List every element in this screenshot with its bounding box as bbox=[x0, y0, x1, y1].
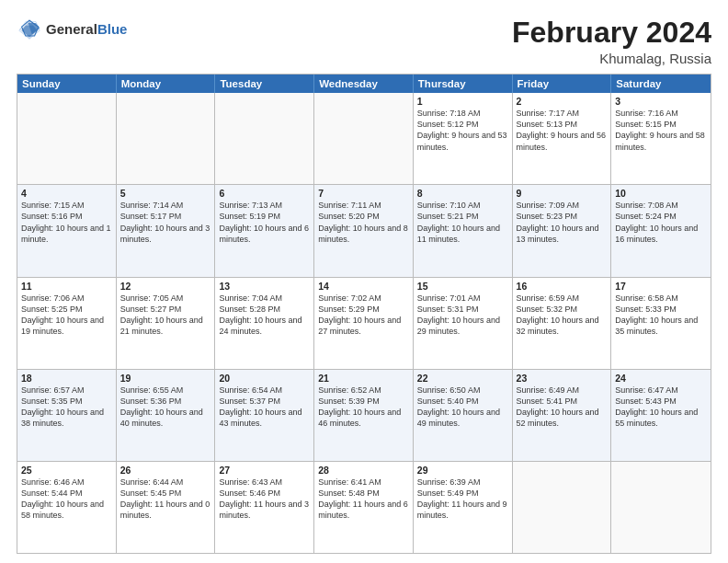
day-info: Sunrise: 6:41 AMSunset: 5:48 PMDaylight:… bbox=[318, 477, 409, 522]
day-number: 1 bbox=[417, 96, 508, 107]
day-info: Sunrise: 7:09 AMSunset: 5:23 PMDaylight:… bbox=[517, 200, 608, 245]
calendar-day-24: 24Sunrise: 6:47 AMSunset: 5:43 PMDayligh… bbox=[611, 370, 711, 461]
page: GeneralBlue February 2024 Khumalag, Russ… bbox=[0, 0, 728, 563]
calendar-day-empty-0-2 bbox=[215, 93, 314, 184]
calendar-day-28: 28Sunrise: 6:41 AMSunset: 5:48 PMDayligh… bbox=[314, 462, 414, 553]
day-info: Sunrise: 7:16 AMSunset: 5:15 PMDaylight:… bbox=[615, 108, 707, 153]
calendar-day-empty-4-5 bbox=[513, 462, 612, 553]
calendar-day-empty-4-6 bbox=[611, 462, 711, 553]
day-info: Sunrise: 7:18 AMSunset: 5:12 PMDaylight:… bbox=[417, 108, 508, 153]
day-info: Sunrise: 6:58 AMSunset: 5:33 PMDaylight:… bbox=[615, 293, 707, 338]
day-number: 26 bbox=[120, 465, 211, 476]
day-number: 5 bbox=[120, 188, 211, 199]
day-number: 9 bbox=[517, 188, 608, 199]
day-number: 19 bbox=[120, 373, 211, 384]
day-info: Sunrise: 6:52 AMSunset: 5:39 PMDaylight:… bbox=[318, 385, 409, 430]
day-number: 6 bbox=[219, 188, 310, 199]
day-info: Sunrise: 7:13 AMSunset: 5:19 PMDaylight:… bbox=[219, 200, 310, 245]
calendar-day-23: 23Sunrise: 6:49 AMSunset: 5:41 PMDayligh… bbox=[513, 370, 612, 461]
calendar-day-8: 8Sunrise: 7:10 AMSunset: 5:21 PMDaylight… bbox=[414, 185, 513, 276]
logo: GeneralBlue bbox=[17, 17, 127, 42]
calendar-day-19: 19Sunrise: 6:55 AMSunset: 5:36 PMDayligh… bbox=[117, 370, 216, 461]
day-number: 21 bbox=[318, 373, 409, 384]
day-number: 7 bbox=[318, 188, 409, 199]
calendar-title: February 2024 bbox=[512, 17, 711, 49]
calendar-day-empty-0-0 bbox=[17, 93, 117, 184]
day-info: Sunrise: 7:17 AMSunset: 5:13 PMDaylight:… bbox=[517, 108, 608, 153]
logo-icon bbox=[17, 17, 42, 42]
day-header-wednesday: Wednesday bbox=[314, 75, 414, 93]
day-info: Sunrise: 7:08 AMSunset: 5:24 PMDaylight:… bbox=[615, 200, 707, 245]
day-header-friday: Friday bbox=[513, 75, 612, 93]
day-number: 13 bbox=[219, 281, 310, 292]
calendar-day-empty-0-1 bbox=[117, 93, 216, 184]
day-info: Sunrise: 6:55 AMSunset: 5:36 PMDaylight:… bbox=[120, 385, 211, 430]
day-info: Sunrise: 7:14 AMSunset: 5:17 PMDaylight:… bbox=[120, 200, 211, 245]
calendar-week-2: 4Sunrise: 7:15 AMSunset: 5:16 PMDaylight… bbox=[17, 184, 711, 276]
calendar-day-14: 14Sunrise: 7:02 AMSunset: 5:29 PMDayligh… bbox=[314, 278, 414, 369]
day-info: Sunrise: 7:10 AMSunset: 5:21 PMDaylight:… bbox=[417, 200, 508, 245]
day-info: Sunrise: 6:54 AMSunset: 5:37 PMDaylight:… bbox=[219, 385, 310, 430]
day-info: Sunrise: 6:50 AMSunset: 5:40 PMDaylight:… bbox=[417, 385, 508, 430]
day-header-tuesday: Tuesday bbox=[215, 75, 314, 93]
calendar-week-5: 25Sunrise: 6:46 AMSunset: 5:44 PMDayligh… bbox=[17, 461, 711, 553]
day-number: 24 bbox=[615, 373, 707, 384]
calendar-day-12: 12Sunrise: 7:05 AMSunset: 5:27 PMDayligh… bbox=[117, 278, 216, 369]
calendar-day-5: 5Sunrise: 7:14 AMSunset: 5:17 PMDaylight… bbox=[117, 185, 216, 276]
day-header-sunday: Sunday bbox=[17, 75, 117, 93]
logo-general: General bbox=[46, 22, 97, 38]
calendar-day-9: 9Sunrise: 7:09 AMSunset: 5:23 PMDaylight… bbox=[513, 185, 612, 276]
calendar-day-17: 17Sunrise: 6:58 AMSunset: 5:33 PMDayligh… bbox=[611, 278, 711, 369]
calendar-subtitle: Khumalag, Russia bbox=[512, 51, 711, 66]
day-number: 16 bbox=[517, 281, 608, 292]
day-number: 14 bbox=[318, 281, 409, 292]
logo-text: GeneralBlue bbox=[46, 22, 127, 38]
calendar-week-1: 1Sunrise: 7:18 AMSunset: 5:12 PMDaylight… bbox=[17, 93, 711, 184]
day-info: Sunrise: 7:01 AMSunset: 5:31 PMDaylight:… bbox=[417, 293, 508, 338]
day-header-saturday: Saturday bbox=[611, 75, 711, 93]
day-info: Sunrise: 7:04 AMSunset: 5:28 PMDaylight:… bbox=[219, 293, 310, 338]
day-number: 22 bbox=[417, 373, 508, 384]
day-number: 3 bbox=[615, 96, 707, 107]
calendar: SundayMondayTuesdayWednesdayThursdayFrid… bbox=[17, 74, 711, 554]
day-number: 18 bbox=[21, 373, 112, 384]
calendar-day-13: 13Sunrise: 7:04 AMSunset: 5:28 PMDayligh… bbox=[215, 278, 314, 369]
calendar-day-1: 1Sunrise: 7:18 AMSunset: 5:12 PMDaylight… bbox=[414, 93, 513, 184]
calendar-day-26: 26Sunrise: 6:44 AMSunset: 5:45 PMDayligh… bbox=[117, 462, 216, 553]
day-number: 4 bbox=[21, 188, 112, 199]
calendar-day-27: 27Sunrise: 6:43 AMSunset: 5:46 PMDayligh… bbox=[215, 462, 314, 553]
day-number: 25 bbox=[21, 465, 112, 476]
calendar-day-11: 11Sunrise: 7:06 AMSunset: 5:25 PMDayligh… bbox=[17, 278, 117, 369]
day-info: Sunrise: 6:43 AMSunset: 5:46 PMDaylight:… bbox=[219, 477, 310, 522]
header: GeneralBlue February 2024 Khumalag, Russ… bbox=[17, 17, 711, 66]
calendar-day-2: 2Sunrise: 7:17 AMSunset: 5:13 PMDaylight… bbox=[513, 93, 612, 184]
day-number: 28 bbox=[318, 465, 409, 476]
day-header-monday: Monday bbox=[117, 75, 216, 93]
calendar-day-15: 15Sunrise: 7:01 AMSunset: 5:31 PMDayligh… bbox=[414, 278, 513, 369]
day-number: 29 bbox=[417, 465, 508, 476]
day-info: Sunrise: 7:15 AMSunset: 5:16 PMDaylight:… bbox=[21, 200, 112, 245]
day-info: Sunrise: 7:02 AMSunset: 5:29 PMDaylight:… bbox=[318, 293, 409, 338]
calendar-day-20: 20Sunrise: 6:54 AMSunset: 5:37 PMDayligh… bbox=[215, 370, 314, 461]
calendar-day-empty-0-3 bbox=[314, 93, 414, 184]
title-block: February 2024 Khumalag, Russia bbox=[512, 17, 711, 66]
day-info: Sunrise: 6:59 AMSunset: 5:32 PMDaylight:… bbox=[517, 293, 608, 338]
day-number: 10 bbox=[615, 188, 707, 199]
day-number: 15 bbox=[417, 281, 508, 292]
day-number: 2 bbox=[517, 96, 608, 107]
calendar-day-7: 7Sunrise: 7:11 AMSunset: 5:20 PMDaylight… bbox=[314, 185, 414, 276]
day-number: 23 bbox=[517, 373, 608, 384]
day-info: Sunrise: 7:11 AMSunset: 5:20 PMDaylight:… bbox=[318, 200, 409, 245]
day-info: Sunrise: 7:05 AMSunset: 5:27 PMDaylight:… bbox=[120, 293, 211, 338]
calendar-day-25: 25Sunrise: 6:46 AMSunset: 5:44 PMDayligh… bbox=[17, 462, 117, 553]
day-number: 27 bbox=[219, 465, 310, 476]
calendar-day-3: 3Sunrise: 7:16 AMSunset: 5:15 PMDaylight… bbox=[611, 93, 711, 184]
day-number: 12 bbox=[120, 281, 211, 292]
calendar-week-4: 18Sunrise: 6:57 AMSunset: 5:35 PMDayligh… bbox=[17, 369, 711, 461]
calendar-body: 1Sunrise: 7:18 AMSunset: 5:12 PMDaylight… bbox=[17, 93, 711, 553]
calendar-day-18: 18Sunrise: 6:57 AMSunset: 5:35 PMDayligh… bbox=[17, 370, 117, 461]
day-info: Sunrise: 6:49 AMSunset: 5:41 PMDaylight:… bbox=[517, 385, 608, 430]
day-info: Sunrise: 6:46 AMSunset: 5:44 PMDaylight:… bbox=[21, 477, 112, 522]
day-info: Sunrise: 7:06 AMSunset: 5:25 PMDaylight:… bbox=[21, 293, 112, 338]
calendar-day-22: 22Sunrise: 6:50 AMSunset: 5:40 PMDayligh… bbox=[414, 370, 513, 461]
